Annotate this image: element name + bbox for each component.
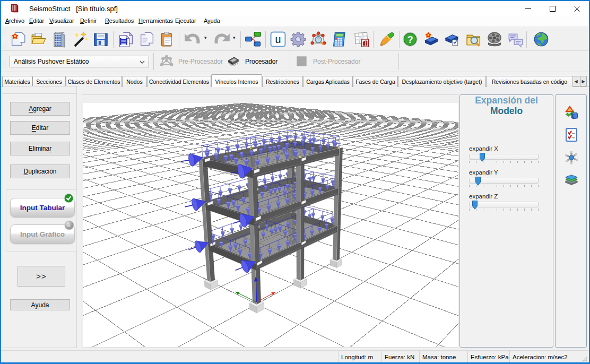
app-window: SeismoStruct [Sin título.spf] ArchivoEdi… [0,0,590,364]
toolbar-button-settings-gear[interactable] [289,30,307,48]
units-icon: u [269,30,287,48]
dropdown-arrow-icon[interactable]: ▾ [204,35,207,40]
toolbar-button-undo[interactable] [184,30,202,48]
slider-tick [524,209,525,211]
toolbar-button-wizard[interactable] [71,30,89,48]
toolbar-button-paste[interactable] [159,30,177,48]
tab-scroll-left-button[interactable]: ◀ [572,76,579,86]
toolbar-button-table-report[interactable] [352,30,370,48]
menu-item[interactable]: Herramientas [138,18,173,24]
toolbar-separator [399,31,400,48]
status-bar: Longitud: mFuerza: kNMasa: tonneEsfuerzo… [0,350,590,362]
panel-title-line1: Expansión del [460,95,553,106]
resize-grip-icon [583,357,588,362]
toolbar-button-open-folder[interactable] [30,30,48,48]
toolbar-button-book-new[interactable] [422,30,440,48]
slider-tick [510,161,511,163]
input-tabular-status-badge [64,193,74,205]
slider-ticks [469,209,539,211]
toolbar-separator [221,53,221,70]
toolbar-button-help[interactable]: ? [401,30,419,48]
tab[interactable]: Secciones [32,76,66,87]
sidebar-button[interactable]: Duplicación [10,164,70,178]
tab[interactable]: Clases de Elementos [66,76,122,87]
menu-item[interactable]: Visualizar [49,18,74,24]
model-3d-viewport[interactable] [83,103,458,347]
toolbar-button-connectivity[interactable] [244,30,262,48]
menu-item[interactable]: Definir [80,18,97,24]
slider-tick [524,161,525,163]
toolbar-button-units[interactable]: u [269,30,287,48]
status-cell: Masa: tonne [419,351,467,363]
slider-tick [490,209,490,211]
side-tool-axes-jack[interactable] [563,149,580,166]
slider-tick [497,209,497,211]
slider-track[interactable] [469,154,539,160]
toolbar-button-feedback-bubbles[interactable] [507,30,525,48]
side-tool-checklist[interactable] [563,126,580,143]
menu-item[interactable]: Resultados [105,18,134,24]
post-processor-label: Post-Procesador [313,58,360,65]
settings-gear-icon [289,30,307,48]
post-processor-icon [294,55,310,68]
tab[interactable]: Desplazamiento objetivo (target) [398,76,486,87]
maximize-button[interactable] [540,1,565,16]
sidebar-button[interactable]: Eliminar [10,142,70,155]
tab[interactable]: Vínculos Internos [211,74,262,87]
slider-label: expandir Z [469,193,543,200]
close-button[interactable] [565,1,589,16]
toolbar-button-save[interactable] [92,30,110,48]
expand-panel-button[interactable]: >> [18,266,65,287]
panel-title-line2: Modelo [460,106,553,116]
tab[interactable]: Nodos [122,76,147,87]
format-brush-icon [378,30,396,48]
slider-track[interactable] [469,178,539,184]
toolbar-separator [265,31,266,48]
tab[interactable]: Conectividad Elementos [147,76,211,87]
pre-processor-button[interactable]: Pre-Procesador [158,53,223,70]
toolbar-button-copy[interactable] [138,30,156,48]
processor-button[interactable]: Procesador [225,53,277,70]
app-icon [10,4,19,13]
toolbar-button-building[interactable] [50,30,68,48]
slider-tick [504,161,504,163]
analysis-type-select[interactable]: Análisis Pushover Estático [10,56,149,67]
side-tool-layers[interactable] [563,171,580,188]
toolbar-button-book-check[interactable] [443,30,461,48]
help-button[interactable]: Ayuda [10,299,70,310]
minimize-button[interactable] [516,1,540,16]
tab-scroll-right-button[interactable]: ▶ [580,76,587,86]
toolbar-button-model-search[interactable] [309,30,327,48]
toolbar-button-globe[interactable] [532,30,550,48]
svg-text:?: ? [407,34,413,45]
post-processor-button[interactable]: Post-Procesador [294,53,360,70]
tab[interactable]: Fases de Carga [353,76,398,87]
menu-item[interactable]: Editar [29,18,44,24]
toolbar-button-movie[interactable] [485,30,504,48]
folder-search-icon [465,30,483,48]
dropdown-arrow-icon[interactable]: ▾ [233,35,236,40]
menu-item[interactable]: Ayuda [204,18,220,24]
toolbar-grip [4,30,5,49]
toolbar-button-export-model[interactable] [117,30,135,48]
side-tools-panel [555,94,587,348]
toolbar-button-redo[interactable] [213,30,231,48]
toolbar-button-format-brush[interactable] [378,30,396,48]
toolbar-button-new-file[interactable] [9,30,27,48]
toolbar-button-folder-search[interactable] [465,30,483,48]
slider-track[interactable] [469,202,539,207]
tab[interactable]: Cargas Aplicadas [303,76,353,87]
toolbar-button-calculator[interactable] [331,30,349,48]
slider-tick [517,185,518,187]
side-tool-view-settings[interactable] [563,104,580,121]
tab[interactable]: Revisiones basadas en código [486,76,573,87]
model-3d-scene [83,103,458,347]
menu-item[interactable]: Archivo [5,18,24,24]
tab[interactable]: Materiales [2,76,32,87]
sidebar-button[interactable]: Editar [10,121,70,135]
tab[interactable]: Restricciones [262,76,303,87]
sidebar-button[interactable]: Agregar [10,102,70,116]
toolbar-separator [179,31,179,48]
slider-tick [524,185,525,187]
menu-item[interactable]: Ejecutar [175,18,196,24]
